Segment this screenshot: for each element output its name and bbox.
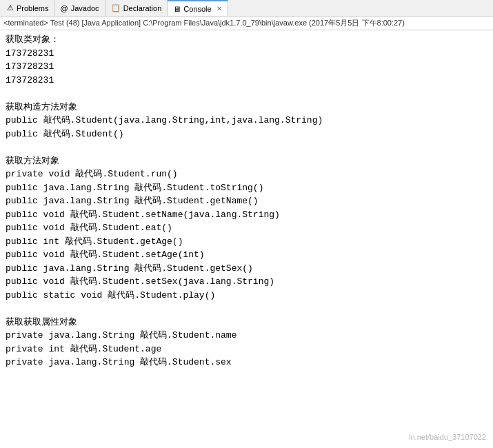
console-line: public static void 敲代码.Student.play() [6, 289, 487, 303]
console-line: public java.lang.String 敲代码.Student.getN… [6, 194, 487, 208]
console-line [6, 141, 487, 154]
tab-declaration-label: Declaration [123, 4, 162, 12]
tab-javadoc[interactable]: @ Javadoc [54, 0, 105, 16]
console-line: 获取类对象： [6, 33, 487, 47]
console-line: public java.lang.String 敲代码.Student.toSt… [6, 181, 487, 195]
console-line: public int 敲代码.Student.getAge() [6, 235, 487, 249]
console-line [6, 302, 487, 316]
tab-problems-label: Problems [17, 4, 48, 12]
tab-javadoc-label: Javadoc [71, 4, 99, 12]
console-line [6, 87, 487, 101]
console-line: public void 敲代码.Student.setAge(int) [6, 248, 487, 262]
tab-problems[interactable]: ⚠ Problems [1, 0, 54, 16]
console-line: 获取方法对象 [6, 154, 487, 168]
console-icon: 🖥 [173, 5, 181, 13]
console-line: public 敲代码.Student(java.lang.String,int,… [6, 114, 487, 128]
console-line: public 敲代码.Student() [6, 128, 487, 141]
tab-bar: ⚠ Problems @ Javadoc 📋 Declaration 🖥 Con… [0, 0, 493, 17]
console-line: 获取获取属性对象 [6, 316, 487, 329]
tab-console-label: Console [183, 5, 211, 13]
console-output: 获取类对象：173728231173728231173728231获取构造方法对… [0, 30, 493, 448]
problems-icon: ⚠ [7, 3, 14, 12]
tab-declaration[interactable]: 📋 Declaration [105, 0, 168, 16]
console-line: 173728231 [6, 47, 487, 61]
status-bar: <terminated> Test (48) [Java Application… [0, 17, 493, 30]
console-line: private void 敲代码.Student.run() [6, 167, 487, 181]
javadoc-icon: @ [60, 4, 68, 12]
console-line: 173728231 [6, 60, 487, 74]
tab-console[interactable]: 🖥 Console ✕ [168, 0, 228, 16]
watermark: ln.net/baidu_37107022 [409, 433, 486, 441]
console-line: private int 敲代码.Student.age [6, 343, 487, 356]
console-line: 获取构造方法对象 [6, 101, 487, 114]
console-line: 173728231 [6, 74, 487, 88]
console-line: public void 敲代码.Student.setName(java.lan… [6, 208, 487, 222]
console-line: public java.lang.String 敲代码.Student.getS… [6, 262, 487, 276]
console-line: public void 敲代码.Student.eat() [6, 221, 487, 235]
declaration-icon: 📋 [111, 3, 121, 12]
console-line: public void 敲代码.Student.setSex(java.lang… [6, 275, 487, 289]
console-line: private java.lang.String 敲代码.Student.sex [6, 356, 487, 369]
console-line: private java.lang.String 敲代码.Student.nam… [6, 329, 487, 343]
status-text: <terminated> Test (48) [Java Application… [3, 18, 405, 28]
console-close-icon[interactable]: ✕ [217, 5, 222, 12]
